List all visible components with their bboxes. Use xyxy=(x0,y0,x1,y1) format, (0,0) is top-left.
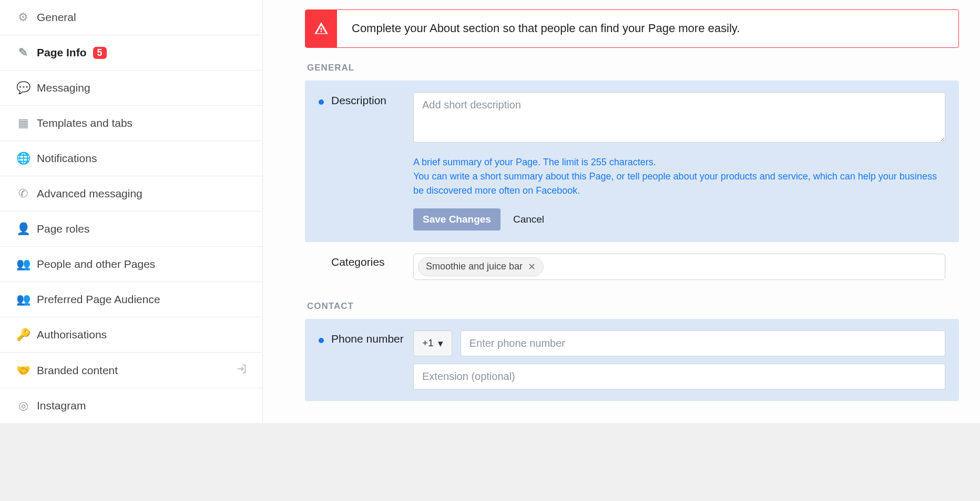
required-bullet-icon xyxy=(319,99,324,105)
main-content: Complete your About section so that peop… xyxy=(263,0,980,423)
warning-icon xyxy=(305,10,337,47)
people-icon: 👥 xyxy=(15,257,32,271)
phone-label: Phone number xyxy=(319,330,413,389)
required-bullet-icon xyxy=(319,338,324,343)
category-tag: Smoothie and juice bar ✕ xyxy=(418,257,544,276)
country-code-dropdown[interactable]: +1 ▾ xyxy=(413,330,452,356)
caret-down-icon: ▾ xyxy=(438,337,443,349)
description-block: Description A brief summary of your Page… xyxy=(305,81,959,242)
sidebar-item-label: Messaging xyxy=(37,82,90,94)
categories-input[interactable]: Smoothie and juice bar ✕ xyxy=(413,254,945,280)
sidebar-item-authorisations[interactable]: 🔑 Authorisations xyxy=(0,317,262,353)
description-label: Description xyxy=(319,92,413,231)
sidebar-item-messaging[interactable]: 💬 Messaging xyxy=(0,71,262,106)
sidebar-item-label: Authorisations xyxy=(37,328,107,341)
sidebar-item-general[interactable]: ⚙ General xyxy=(0,0,262,35)
sidebar-item-people-pages[interactable]: 👥 People and other Pages xyxy=(0,247,262,282)
description-input[interactable] xyxy=(413,92,945,143)
save-changes-button[interactable]: Save Changes xyxy=(413,208,501,231)
sidebar-item-templates[interactable]: ▦ Templates and tabs xyxy=(0,106,262,141)
remove-tag-icon[interactable]: ✕ xyxy=(528,261,536,273)
sidebar-item-page-roles[interactable]: 👤 Page roles xyxy=(0,212,262,247)
categories-label: Categories xyxy=(319,254,413,280)
sidebar-item-label: Page Info xyxy=(37,46,87,59)
notification-badge: 5 xyxy=(93,47,107,59)
sidebar-item-label: General xyxy=(37,11,76,24)
sidebar-item-branded-content[interactable]: 🤝 Branded content xyxy=(0,353,262,388)
sidebar-item-label: Notifications xyxy=(37,152,97,165)
settings-sidebar: ⚙ General ✎ Page Info 5 💬 Messaging ▦ Te… xyxy=(0,0,263,423)
chat-icon: 💬 xyxy=(15,81,32,95)
sidebar-item-page-info[interactable]: ✎ Page Info 5 xyxy=(0,35,262,71)
sidebar-item-notifications[interactable]: 🌐 Notifications xyxy=(0,141,262,176)
description-help-text: A brief summary of your Page. The limit … xyxy=(413,155,945,198)
login-arrow-icon xyxy=(236,363,248,377)
instagram-icon: ◎ xyxy=(15,399,32,413)
sidebar-item-label: Templates and tabs xyxy=(37,117,132,129)
audience-icon: 👥 xyxy=(15,293,32,306)
phone-extension-input[interactable] xyxy=(413,364,945,389)
sidebar-item-label: Advanced messaging xyxy=(37,187,142,200)
alert-text: Complete your About section so that peop… xyxy=(337,10,754,47)
phone-block: Phone number +1 ▾ xyxy=(305,319,959,401)
sidebar-item-instagram[interactable]: ◎ Instagram xyxy=(0,388,262,423)
phone-number-input[interactable] xyxy=(461,330,945,356)
about-incomplete-alert: Complete your About section so that peop… xyxy=(305,9,959,48)
grid-icon: ▦ xyxy=(15,116,32,130)
sidebar-item-label: People and other Pages xyxy=(37,258,155,270)
contact-section-header: CONTACT xyxy=(307,301,959,312)
person-icon: 👤 xyxy=(15,222,32,236)
sidebar-item-label: Instagram xyxy=(37,399,86,412)
sidebar-item-label: Preferred Page Audience xyxy=(37,293,160,306)
globe-icon: 🌐 xyxy=(15,152,32,165)
categories-block: Categories Smoothie and juice bar ✕ xyxy=(305,242,959,292)
sidebar-item-advanced-messaging[interactable]: ✆ Advanced messaging xyxy=(0,176,262,212)
pencil-icon: ✎ xyxy=(15,46,32,59)
handshake-icon: 🤝 xyxy=(15,364,32,377)
general-section-header: GENERAL xyxy=(307,63,959,73)
messenger-icon: ✆ xyxy=(15,187,32,201)
sidebar-item-preferred-audience[interactable]: 👥 Preferred Page Audience xyxy=(0,282,262,317)
gear-icon: ⚙ xyxy=(15,11,32,24)
key-icon: 🔑 xyxy=(15,328,32,342)
sidebar-item-label: Branded content xyxy=(37,364,118,377)
cancel-button[interactable]: Cancel xyxy=(513,214,544,225)
sidebar-item-label: Page roles xyxy=(37,223,89,235)
